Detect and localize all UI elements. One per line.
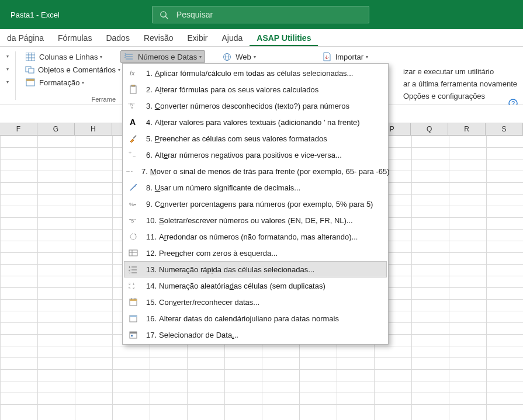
svg-rect-57	[130, 299, 137, 301]
svg-point-39	[134, 186, 135, 186]
tab-ajuda[interactable]: Ajuda	[215, 30, 250, 46]
tab-layout[interactable]: da Página	[0, 30, 51, 46]
svg-text:+: +	[129, 150, 131, 156]
col-F[interactable]: F	[0, 123, 37, 135]
ultima-btn[interactable]: ar a última ferramenta novamente	[401, 78, 519, 90]
svg-rect-10	[26, 79, 34, 81]
percent-icon: %	[126, 199, 140, 209]
menu-item-7[interactable]: --- 7.Mover o sinal de menos de trás par…	[124, 163, 387, 179]
minus-move-icon: ---	[126, 166, 136, 176]
chevron-down-icon: ▾	[82, 80, 84, 85]
globe-icon	[221, 52, 232, 61]
svg-point-0	[161, 11, 166, 16]
svg-text:fx: fx	[130, 70, 135, 77]
svg-text:--: --	[126, 168, 130, 174]
paste-icon	[126, 84, 140, 95]
ribbon-mini-col: ▾ ▾ ▾	[0, 47, 15, 105]
svg-rect-8	[29, 68, 34, 73]
col-S[interactable]: S	[486, 123, 523, 135]
menu-item-10[interactable]: "5" 10.Soletrar/escrever números ou valo…	[124, 212, 387, 228]
menu-item-11[interactable]: 11.Arredondar os números (não formatando…	[124, 228, 387, 245]
plusminus-icon: +−	[126, 150, 140, 160]
menu-item-12[interactable]: 12.Preencher com zeros à esquerda...	[124, 245, 387, 261]
importar-label: Importar	[335, 53, 363, 61]
title-bar: Pasta1 - Excel	[0, 0, 523, 29]
mini-btn-1[interactable]: ▾	[2, 50, 13, 62]
web-button[interactable]: Web ▾	[218, 50, 259, 63]
objetos-button[interactable]: Objetos e Comentários ▾	[22, 63, 112, 76]
svg-line-32	[133, 136, 136, 138]
menu-item-9[interactable]: % 9.Converter porcentagens para números …	[124, 196, 387, 212]
col-Q[interactable]: Q	[411, 123, 448, 135]
mini-btn-3[interactable]: ▾	[2, 76, 13, 88]
format-icon	[25, 78, 36, 87]
menu-item-14[interactable]: 3152 14.Numeração aleatória das células …	[124, 277, 387, 294]
chevron-down-icon: ▾	[100, 54, 102, 60]
right3-label: Opções e configurações	[403, 92, 485, 100]
numbered-list-icon: 123	[126, 264, 140, 275]
svg-text:2: 2	[124, 55, 126, 58]
colunas-linhas-button[interactable]: Colunas e Linhas ▾	[22, 50, 112, 63]
formatacao-label: Formatação	[39, 78, 79, 87]
spell-icon: "5"	[126, 215, 140, 225]
menu-item-13[interactable]: 123 13.Numeração rápida das células sele…	[124, 261, 387, 277]
ribbon-tabs: da Página Fórmulas Dados Revisão Exibir …	[0, 29, 523, 47]
svg-rect-28	[130, 86, 136, 93]
web-label: Web	[235, 53, 251, 61]
menu-item-6[interactable]: +− 6.Alterar números negativos para posi…	[124, 147, 387, 163]
menu-item-2[interactable]: 2.Alterar fórmulas para os seus valores …	[124, 81, 387, 98]
julian-icon	[126, 313, 140, 324]
svg-text:"5": "5"	[129, 218, 136, 224]
svg-line-1	[165, 16, 168, 19]
search-box[interactable]	[152, 6, 369, 23]
tab-asap-utilities[interactable]: ASAP Utilities	[250, 30, 318, 46]
svg-rect-64	[131, 335, 133, 336]
menu-item-4[interactable]: A 4.Alterar valores para valores textuai…	[124, 114, 387, 130]
menu-item-8[interactable]: 8.Usar um número significante de decimai…	[124, 179, 387, 196]
svg-rect-63	[130, 332, 137, 334]
columns-icon	[25, 52, 36, 61]
search-input[interactable]	[176, 10, 362, 19]
svg-text:A: A	[130, 117, 136, 127]
tab-revisao[interactable]: Revisão	[137, 30, 181, 46]
svg-text:3: 3	[129, 282, 131, 286]
import-icon	[321, 52, 332, 61]
leading-zero-icon	[126, 248, 140, 258]
group-label-ferramentas: Ferrame	[16, 96, 118, 103]
col-H[interactable]: H	[75, 123, 112, 135]
menu-item-5[interactable]: 5.Preencher as células com seus valores …	[124, 130, 387, 147]
menu-item-17[interactable]: 17.Selecionador de Data...	[124, 327, 387, 343]
numeros-label: Números e Datas	[138, 53, 197, 61]
chevron-down-icon: ▾	[366, 54, 368, 60]
mini-btn-2[interactable]: ▾	[2, 63, 13, 75]
tab-exibir[interactable]: Exibir	[180, 30, 214, 46]
formatacao-button[interactable]: Formatação ▾	[22, 76, 112, 89]
localizar-btn[interactable]: izar e executar um utilitário	[401, 65, 519, 78]
col-R[interactable]: R	[448, 123, 486, 135]
col-G[interactable]: G	[37, 123, 75, 135]
tab-dados[interactable]: Dados	[99, 30, 136, 46]
round-icon	[126, 231, 140, 242]
opcoes-btn[interactable]: Opções e configurações	[401, 90, 519, 102]
svg-line-37	[130, 185, 136, 190]
brush-icon	[126, 133, 140, 144]
svg-text:5: 5	[129, 286, 131, 290]
calendar-icon	[126, 297, 140, 307]
menu-item-1[interactable]: fx 1.Aplicar fórmula/cálculo em todas as…	[124, 65, 387, 81]
random-icon: 3152	[126, 280, 140, 291]
numeros-datas-button[interactable]: 12 Números e Datas ▾	[120, 50, 205, 63]
colunas-label: Colunas e Linhas	[39, 53, 98, 61]
svg-rect-61	[130, 315, 137, 317]
tab-formulas[interactable]: Fórmulas	[51, 30, 99, 46]
svg-point-38	[136, 184, 137, 185]
chevron-down-icon: ▾	[254, 54, 256, 60]
numeros-datas-dropdown: fx 1.Aplicar fórmula/cálculo em todas as…	[122, 63, 389, 345]
menu-item-3[interactable]: "5" 3.Converter números desconhecidos (t…	[124, 98, 387, 114]
ribbon-right-group: izar e executar um utilitário ar a últim…	[401, 65, 523, 102]
menu-item-15[interactable]: 15.Converter/reconhecer datas...	[124, 294, 387, 310]
convert-icon: "5"	[126, 100, 140, 111]
right1-label: izar e executar um utilitário	[403, 67, 494, 76]
menu-item-16[interactable]: 16.Alterar datas do calendário juliano p…	[124, 310, 387, 327]
objects-icon	[25, 65, 34, 74]
importar-button[interactable]: Importar ▾	[318, 50, 372, 63]
